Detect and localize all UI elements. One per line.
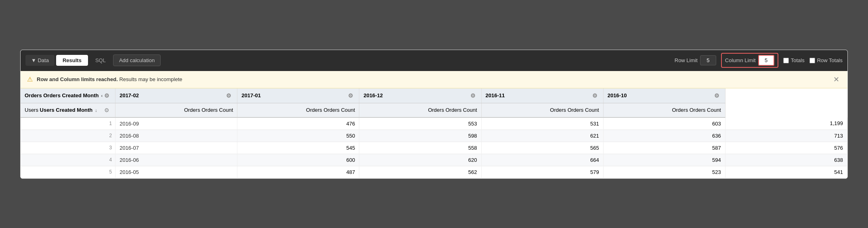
col-label-2017-02: 2017-02 (120, 92, 139, 98)
row-totals-label: Row Totals (817, 57, 843, 63)
warning-icon: ⚠ (27, 75, 33, 83)
table-row: 32016-07545558565587576 (21, 142, 847, 154)
col-header-2017-02: 2017-02 ⚙ (115, 88, 237, 103)
orders-count-label-2: Orders Orders Count (428, 107, 477, 113)
cell-value: 531 (481, 117, 603, 130)
orders-created-month-label: Orders Orders Created Month (25, 92, 99, 98)
pivot-col-gear-icon[interactable]: ⚙ (103, 92, 111, 100)
cell-value: 621 (481, 130, 603, 142)
tab-results[interactable]: Results (56, 55, 88, 66)
row-label: 2016-09 (115, 117, 237, 130)
cell-value: 664 (481, 154, 603, 166)
row-label: 2016-08 (115, 130, 237, 142)
cell-value: 545 (237, 142, 359, 154)
col-header-2016-12: 2016-12 ⚙ (359, 88, 481, 103)
table-row: 52016-05487562579523541 (21, 166, 847, 178)
row-label: 2016-05 (115, 166, 237, 178)
warning-text: Row and Column limits reached. Results m… (37, 76, 182, 82)
cell-value: 603 (603, 117, 725, 130)
gear-icon-2017-02[interactable]: ⚙ (224, 92, 233, 100)
col-label-2016-10: 2016-10 (608, 92, 627, 98)
col-label-2016-11: 2016-11 (486, 92, 505, 98)
pivot-col-label-text: Orders Created Month (43, 92, 99, 98)
sub-header-col-2: Orders Orders Count (359, 103, 481, 117)
table-row: 42016-06600620664594638 (21, 154, 847, 166)
cell-value: 523 (603, 166, 725, 178)
table-header-row-1: Orders Orders Created Month ‹ ⚙ 2017-02 … (21, 88, 847, 103)
row-label: 2016-07 (115, 142, 237, 154)
cell-value: 638 (725, 154, 847, 166)
row-index: 3 (21, 142, 115, 154)
cell-value: 565 (481, 142, 603, 154)
add-calculation-button[interactable]: Add calculation (113, 54, 161, 66)
tab-data[interactable]: ▼ Data (25, 55, 55, 66)
table-row: 12016-094765535316031,199 (21, 117, 847, 130)
col-label-2016-12: 2016-12 (363, 92, 383, 98)
row-col-gear-icon[interactable]: ⚙ (103, 106, 111, 114)
warning-banner: ⚠ Row and Column limits reached. Results… (21, 71, 847, 88)
row-sort-icon[interactable]: ↓ (95, 108, 97, 113)
toolbar-right: Row Limit Column Limit Totals Row Totals (675, 53, 843, 68)
row-col-header: Users Users Created Month ↓ ⚙ (21, 103, 115, 117)
row-totals-checkbox[interactable] (809, 58, 815, 63)
pivot-col-header: Orders Orders Created Month ‹ ⚙ (21, 88, 115, 103)
cell-value: 636 (603, 130, 725, 142)
cell-value: 594 (603, 154, 725, 166)
row-index: 2 (21, 130, 115, 142)
cell-value: 620 (359, 154, 481, 166)
main-container: ▼ Data Results SQL Add calculation Row L… (20, 50, 848, 179)
cell-value: 476 (237, 117, 359, 130)
gear-icon-2017-01[interactable]: ⚙ (346, 92, 355, 100)
totals-checkbox-label[interactable]: Totals (783, 57, 805, 63)
sub-header-col-3: Orders Orders Count (481, 103, 603, 117)
data-table: Orders Orders Created Month ‹ ⚙ 2017-02 … (21, 88, 847, 178)
col-header-2016-11: 2016-11 ⚙ (481, 88, 603, 103)
column-limit-wrapper: Column Limit (721, 53, 778, 68)
cell-value: 600 (237, 154, 359, 166)
row-index: 1 (21, 117, 115, 130)
orders-count-label-4: Orders Orders Count (672, 107, 721, 113)
sub-header-col-4: Orders Orders Count (603, 103, 725, 117)
gear-icon-2016-10[interactable]: ⚙ (713, 92, 721, 100)
row-limit-input[interactable] (700, 55, 716, 65)
orders-count-label-0: Orders Orders Count (184, 107, 233, 113)
column-limit-input[interactable] (758, 55, 774, 66)
cell-value: 558 (359, 142, 481, 154)
row-col-label-text: Users Created Month (40, 107, 93, 113)
cell-value: 553 (359, 117, 481, 130)
gear-icon-2016-12[interactable]: ⚙ (469, 92, 477, 100)
cell-value: 1,199 (725, 117, 847, 130)
warning-close-button[interactable]: ✕ (832, 75, 841, 84)
cell-value: 550 (237, 130, 359, 142)
sub-header-col-0: Orders Orders Count (115, 103, 237, 117)
table-row: 22016-08550598621636713 (21, 130, 847, 142)
col-header-2017-01: 2017-01 ⚙ (237, 88, 359, 103)
gear-icon-2016-11[interactable]: ⚙ (591, 92, 599, 100)
table-header-row-2: Users Users Created Month ↓ ⚙ Orders Ord… (21, 103, 847, 117)
warning-strong: Row and Column limits reached. (37, 76, 118, 82)
cell-value: 541 (725, 166, 847, 178)
totals-checkbox[interactable] (783, 58, 789, 63)
row-index: 4 (21, 154, 115, 166)
orders-count-label-1: Orders Orders Count (306, 107, 355, 113)
cell-value: 713 (725, 130, 847, 142)
tab-sql[interactable]: SQL (90, 55, 111, 66)
cell-value: 598 (359, 130, 481, 142)
row-index: 5 (21, 166, 115, 178)
table-wrap: Orders Orders Created Month ‹ ⚙ 2017-02 … (21, 88, 847, 178)
row-totals-checkbox-label[interactable]: Row Totals (809, 57, 843, 63)
orders-count-label-3: Orders Orders Count (550, 107, 599, 113)
table-body: 12016-094765535316031,19922016-085505986… (21, 117, 847, 178)
sub-header-col-1: Orders Orders Count (237, 103, 359, 117)
cell-value: 576 (725, 142, 847, 154)
cell-value: 587 (603, 142, 725, 154)
col-label-2017-01: 2017-01 (241, 92, 261, 98)
toolbar: ▼ Data Results SQL Add calculation Row L… (21, 50, 847, 71)
warning-rest: Results may be incomplete (119, 76, 182, 82)
users-created-month-label: Users Users Created Month (25, 107, 92, 113)
row-label: 2016-06 (115, 154, 237, 166)
row-limit-label: Row Limit (675, 57, 698, 63)
cell-value: 579 (481, 166, 603, 178)
cell-value: 562 (359, 166, 481, 178)
totals-label: Totals (791, 57, 805, 63)
